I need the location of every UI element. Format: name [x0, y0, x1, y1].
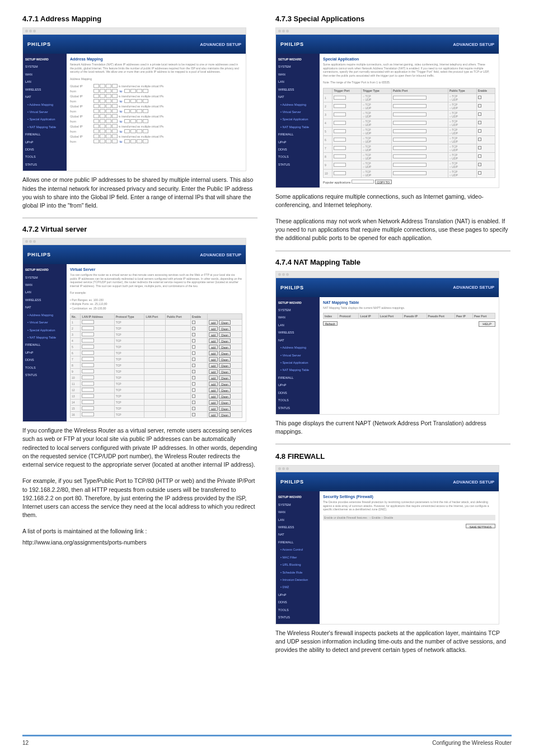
panel-sub: Address Mapping — [70, 77, 242, 81]
body-473a: Some applications require multiple conne… — [275, 192, 510, 209]
footer-label: Configuring the Wireless Router — [432, 740, 512, 746]
screenshot-firewall: PHILIPS ADVANCED SETUP SETUP WIZARD SYST… — [275, 465, 499, 624]
router-sidebar: SETUP WIZARD SYSTEM WAN LAN WIRELESS NAT… — [23, 54, 67, 171]
refresh-button[interactable]: Refresh — [323, 321, 338, 326]
page-footer: 12 Configuring the Wireless Router — [22, 735, 512, 746]
special-app-table: Trigger Port Trigger Type Public Port Pu… — [323, 88, 495, 178]
body-472a: If you configure the Wireless Router as … — [22, 426, 257, 469]
screenshot-special-applications: PHILIPS ADVANCED SETUP SETUP WIZARD SYST… — [275, 27, 499, 188]
body-473b: These applications may not work when Net… — [275, 217, 510, 243]
help-button[interactable]: HELP — [479, 321, 495, 327]
screenshot-virtual-server: PHILIPS ADVANCED SETUP SETUP WIZARD SYST… — [22, 238, 246, 422]
body-472b: For example, if you set Type/Public Port… — [22, 477, 257, 519]
virtual-server-table: No. LAN IP Address Protocol Type LAN Por… — [70, 313, 242, 418]
screenshot-address-mapping: PHILIPS ADVANCED SETUP SETUP WIZARD SYST… — [22, 27, 246, 171]
heading-474: 4.7.4 NAT Mapping Table — [275, 258, 510, 266]
save-settings-button[interactable]: SAVE SETTINGS — [466, 524, 495, 528]
heading-471: 4.7.1 Address Mapping — [22, 15, 257, 23]
heading-48: 4.8 FIREWALL — [275, 452, 510, 461]
adv-setup-label: ADVANCED SETUP — [200, 42, 241, 47]
heading-472: 4.7.2 Virtual server — [22, 225, 257, 233]
brand-logo: PHILIPS — [27, 41, 51, 47]
body-474: This page displays the current NAPT (Net… — [275, 419, 510, 436]
panel-desc: Network Address Translation (NAT) allows… — [70, 63, 242, 74]
list-472-link: http://www.iana.org/assignments/ports-nu… — [22, 538, 257, 547]
body-471: Allows one or more public IP addresses t… — [22, 176, 257, 210]
body-48: The Wireless Router's firewall inspects … — [275, 629, 510, 655]
panel-title: Address Mapping — [70, 57, 242, 61]
page-number: 12 — [22, 740, 29, 746]
list-472-head: A list of ports is maintained at the fol… — [22, 527, 257, 536]
heading-473: 4.7.3 Special Applications — [275, 15, 510, 23]
screenshot-nat-mapping: PHILIPS ADVANCED SETUP SETUP WIZARD SYST… — [275, 271, 499, 415]
